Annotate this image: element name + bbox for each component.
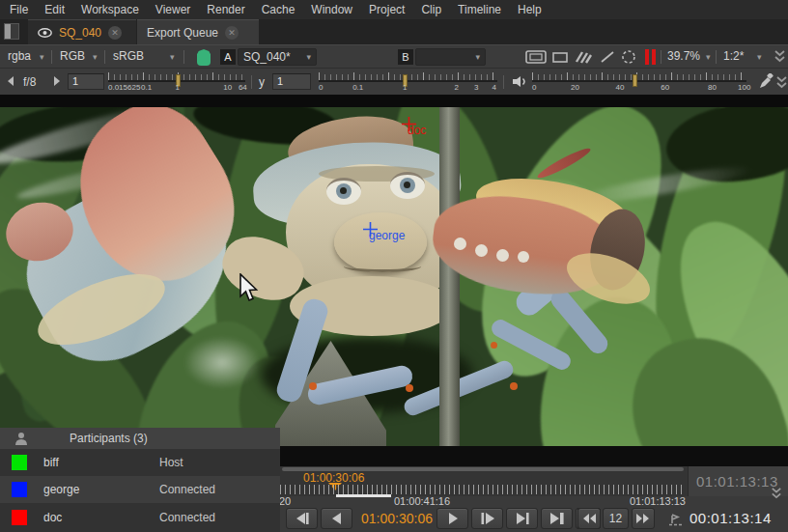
menu-window[interactable]: Window bbox=[311, 3, 352, 16]
pointer-doc: doc bbox=[401, 116, 417, 135]
ruler-labels: 20 01:00:41:16 01:01:13:13 bbox=[278, 495, 688, 509]
menu-render[interactable]: Render bbox=[207, 3, 244, 16]
menu-clip[interactable]: Clip bbox=[421, 3, 441, 16]
collapse-chevrons-icon[interactable] bbox=[770, 487, 783, 500]
pointer-george: george bbox=[362, 221, 379, 240]
participant-name: doc bbox=[43, 511, 159, 524]
out-timecode: 01:01:13:13 bbox=[696, 473, 778, 490]
range-marker-icon[interactable] bbox=[668, 512, 686, 527]
pane-layout-icon[interactable] bbox=[4, 23, 19, 40]
fstop-decrease-button[interactable] bbox=[8, 76, 14, 86]
gain-scale-label: 0.015625 bbox=[108, 83, 140, 92]
buffer-a-input-dropdown[interactable]: SQ_040* ▾ bbox=[238, 48, 317, 66]
step-forward-button[interactable] bbox=[471, 508, 503, 529]
viewer-image bbox=[0, 95, 788, 446]
buffer-a-label[interactable]: A bbox=[220, 49, 236, 65]
tab-close-icon[interactable]: ✕ bbox=[108, 26, 122, 40]
go-to-end-button[interactable] bbox=[541, 508, 573, 529]
menu-project[interactable]: Project bbox=[369, 3, 405, 16]
zoom-level-dropdown[interactable]: 39.7% bbox=[667, 49, 700, 63]
buffer-a-value: SQ_040* bbox=[243, 50, 291, 64]
menu-help[interactable]: Help bbox=[518, 3, 542, 16]
menu-viewer[interactable]: Viewer bbox=[155, 3, 190, 16]
menu-workspace[interactable]: Workspace bbox=[81, 3, 139, 16]
mask-icon[interactable] bbox=[552, 52, 568, 63]
play-backward-button[interactable] bbox=[321, 508, 352, 529]
participant-name: george bbox=[43, 483, 159, 496]
menu-cache[interactable]: Cache bbox=[262, 3, 296, 16]
volume-slider[interactable]: 0 20 40 60 80 100 bbox=[532, 74, 746, 92]
channels-dropdown[interactable]: rgba bbox=[8, 49, 31, 63]
session-tag-icon[interactable] bbox=[197, 49, 211, 66]
gamma-slider[interactable]: 0 0.1 1 2 3 4 bbox=[319, 74, 497, 92]
participants-title: Participants (3) bbox=[70, 432, 148, 445]
colorspace-dropdown[interactable]: sRGB bbox=[113, 49, 144, 63]
person-icon bbox=[14, 432, 29, 446]
pause-render-button[interactable] bbox=[645, 49, 657, 65]
viewer-toolbar: rgba ▾ RGB ▾ sRGB ▾ A SQ_040* ▾ B ▾ bbox=[0, 44, 788, 68]
volume-scale-label: 100 bbox=[738, 83, 750, 92]
participant-row[interactable]: doc Connected bbox=[0, 503, 280, 532]
rewind-button[interactable] bbox=[577, 508, 601, 529]
wipe-stripes-icon[interactable] bbox=[575, 50, 592, 64]
ruler-label-mid: 01:00:41:16 bbox=[394, 495, 450, 507]
chevron-down-icon: ▾ bbox=[475, 52, 480, 62]
gain-scale-label: 1 bbox=[176, 83, 180, 92]
buffer-b-label[interactable]: B bbox=[398, 49, 413, 65]
chevron-down-icon: ▾ bbox=[170, 52, 175, 62]
viewer-controls-bar: f/8 1 0.015625 0.1 1 10 64 y 1 0 0.1 1 2… bbox=[0, 68, 788, 95]
display-channel-dropdown[interactable]: RGB bbox=[60, 49, 85, 63]
gain-scale-label: 64 bbox=[239, 83, 247, 92]
gamma-input[interactable]: 1 bbox=[272, 73, 311, 90]
fstop-label: f/8 bbox=[23, 75, 36, 89]
tab-close-icon[interactable]: ✕ bbox=[225, 26, 239, 40]
next-edit-button[interactable] bbox=[506, 508, 538, 529]
volume-slider-handle[interactable] bbox=[633, 74, 637, 87]
menu-file[interactable]: File bbox=[10, 3, 28, 16]
gamma-scale-label: 2 bbox=[455, 83, 459, 92]
roi-icon[interactable] bbox=[621, 49, 636, 65]
play-forward-button[interactable] bbox=[436, 508, 468, 529]
participants-header[interactable]: Participants (3) bbox=[0, 428, 280, 449]
tab-sq040[interactable]: SQ_040 ✕ bbox=[28, 19, 136, 44]
speaker-icon[interactable] bbox=[512, 75, 527, 88]
participant-color-swatch bbox=[12, 455, 27, 470]
participants-panel: Participants (3) biff Host george Connec… bbox=[0, 428, 280, 532]
timeline-ruler[interactable]: 01:00:30:06 bbox=[278, 466, 688, 496]
gate-display-icon[interactable] bbox=[525, 50, 547, 64]
participant-status: Connected bbox=[159, 483, 215, 496]
participant-color-swatch bbox=[12, 482, 27, 497]
fstop-increase-button[interactable] bbox=[54, 76, 60, 86]
gain-slider[interactable]: 0.015625 0.1 1 10 64 bbox=[108, 74, 245, 92]
buffer-b-input-dropdown[interactable]: ▾ bbox=[415, 48, 486, 66]
transport-timecode: 01:00:30:06 bbox=[361, 511, 433, 526]
participant-row[interactable]: george Connected bbox=[0, 476, 280, 503]
menu-timeline[interactable]: Timeline bbox=[458, 3, 501, 16]
gamma-scale-label: 0 bbox=[319, 83, 323, 92]
gain-input[interactable]: 1 bbox=[68, 73, 104, 90]
viewer-canvas[interactable]: doc george bbox=[0, 95, 788, 446]
fps-input[interactable]: 12 bbox=[603, 508, 629, 529]
gamma-scale-label: 3 bbox=[474, 83, 478, 92]
pointer-label: doc bbox=[408, 124, 426, 137]
chevron-down-icon: ▾ bbox=[706, 52, 711, 62]
eye-icon bbox=[38, 28, 52, 38]
collapse-chevrons-icon[interactable] bbox=[774, 49, 786, 64]
gain-scale-label: 0.1 bbox=[141, 83, 152, 92]
participant-row[interactable]: biff Host bbox=[0, 449, 280, 476]
transport-controls: 01:00:30:06 O bbox=[278, 508, 788, 532]
eyedropper-icon[interactable] bbox=[759, 73, 774, 89]
ruler-ticks bbox=[280, 485, 684, 494]
gamma-label: y bbox=[259, 75, 265, 89]
tab-label: SQ_040 bbox=[59, 26, 101, 40]
tab-bar: SQ_040 ✕ Export Queue ✕ bbox=[0, 19, 788, 44]
prev-frame-button[interactable] bbox=[286, 508, 318, 529]
menu-edit[interactable]: Edit bbox=[44, 3, 65, 16]
tab-export-queue[interactable]: Export Queue ✕ bbox=[137, 19, 259, 44]
proxy-dropdown[interactable]: 1:2* bbox=[723, 49, 744, 63]
collapse-chevrons-icon[interactable] bbox=[775, 75, 788, 90]
volume-scale-label: 60 bbox=[661, 83, 669, 92]
wipe-line-icon[interactable] bbox=[600, 50, 615, 64]
fast-forward-button[interactable] bbox=[632, 508, 655, 529]
gamma-scale-label: 0.1 bbox=[352, 83, 363, 92]
